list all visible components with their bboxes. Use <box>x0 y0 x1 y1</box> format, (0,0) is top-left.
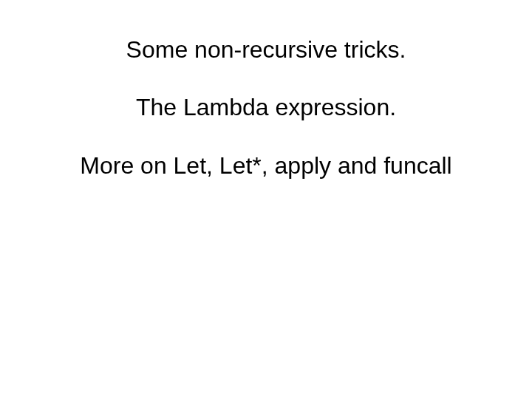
slide-container: Some non-recursive tricks. The Lambda ex… <box>0 0 532 399</box>
title-line-1: Some non-recursive tricks. <box>0 35 532 64</box>
title-line-3: More on Let, Let*, apply and funcall <box>0 151 532 180</box>
title-line-2: The Lambda expression. <box>0 93 532 121</box>
